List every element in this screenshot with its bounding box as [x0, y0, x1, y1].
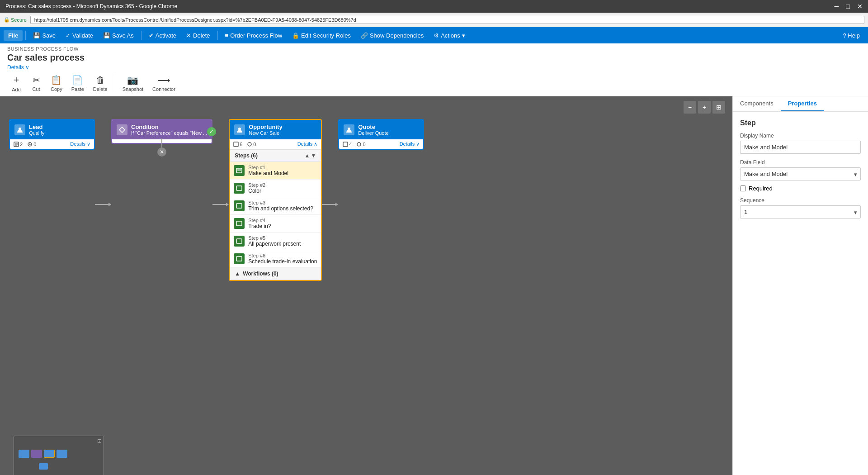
step-4-icon — [234, 218, 245, 229]
details-link[interactable]: Details ∨ — [7, 64, 29, 71]
opportunity-details-btn[interactable]: Details ∧ — [297, 141, 318, 147]
main-layout: − + ⊞ Lead Qualify — [0, 96, 868, 475]
delete-tool-btn[interactable]: 🗑 Delete — [90, 74, 111, 93]
display-name-label: Display Name — [740, 133, 861, 139]
svg-point-9 — [248, 142, 251, 146]
lead-footer: 2 0 Details ∨ — [10, 139, 94, 149]
url-bar[interactable]: https://trial1705.crm.dynamics.com/Tools… — [30, 16, 864, 24]
opportunity-stage-title: Opportunity — [249, 124, 282, 130]
actions-dropdown-icon: ▾ — [462, 32, 465, 39]
minimap-expand-btn[interactable]: ⊡ — [97, 438, 102, 444]
add-tool-btn[interactable]: + Add — [7, 73, 25, 93]
ribbon-security-roles-btn[interactable]: 🔒 Edit Security Roles — [288, 30, 355, 41]
breadcrumb-area: BUSINESS PROCESS FLOW Car sales process … — [0, 43, 868, 71]
ribbon-validate-btn[interactable]: ✓ Validate — [61, 30, 98, 41]
minimap-branch-node — [39, 463, 48, 470]
step-2-icon — [234, 183, 245, 194]
svg-rect-13 — [236, 186, 242, 190]
help-btn[interactable]: ? Help — [838, 30, 864, 41]
quote-details-btn[interactable]: Details ∨ — [400, 141, 420, 147]
ribbon-save-btn[interactable]: 💾 Save — [28, 30, 60, 41]
arrow-opportunity-quote — [322, 119, 338, 281]
ribbon-order-flow-btn[interactable]: ≡ Order Process Flow — [221, 30, 287, 41]
tab-components[interactable]: Components — [733, 96, 781, 111]
zoom-out-btn[interactable]: − — [684, 101, 696, 114]
paste-icon: 📄 — [72, 75, 83, 86]
steps-label: Steps (6) — [235, 152, 258, 159]
maximize-icon[interactable]: □ — [846, 3, 850, 10]
canvas-area[interactable]: − + ⊞ Lead Qualify — [0, 96, 732, 475]
expand-btn[interactable]: ⊞ — [712, 101, 725, 114]
step-6-icon — [234, 253, 245, 264]
svg-marker-6 — [119, 127, 125, 133]
condition-node[interactable]: Condition If "Car Preference" equals "Ne… — [111, 119, 212, 144]
step-4-item[interactable]: Step #4 Trade in? — [230, 215, 321, 233]
step-2-item[interactable]: Step #2 Color — [230, 180, 321, 197]
steps-panel: Steps (6) ▲ ▼ Step #1 Make and Model — [230, 149, 321, 280]
sort-down-btn[interactable]: ▼ — [311, 152, 316, 159]
connector-tool-btn[interactable]: ⟶ Connector — [149, 74, 179, 93]
add-icon: + — [14, 74, 19, 86]
condition-close-btn[interactable]: ✕ — [157, 147, 166, 157]
steps-sort-controls: ▲ ▼ — [305, 152, 316, 159]
workflows-label: Workflows (0) — [243, 271, 278, 277]
copy-icon: 📋 — [51, 75, 62, 86]
paste-tool-btn[interactable]: 📄 Paste — [68, 74, 88, 93]
opportunity-node[interactable]: Opportunity New Car Sale 6 0 Details ∧ — [229, 119, 322, 281]
display-name-input[interactable] — [740, 141, 861, 154]
quote-node[interactable]: Quote Deliver Quote 4 0 Details ∨ — [338, 119, 424, 150]
quote-stage-subtitle: Deliver Quote — [358, 130, 388, 136]
secure-badge: 🔒 Secure — [4, 17, 27, 23]
lead-details-btn[interactable]: Details ∨ — [70, 141, 90, 147]
cut-tool-btn[interactable]: ✂ Cut — [27, 74, 45, 93]
ribbon-separator-1 — [25, 31, 26, 40]
cut-icon: ✂ — [33, 75, 40, 86]
ribbon-actions-btn[interactable]: ⚙ Actions ▾ — [429, 30, 470, 41]
arrow-condition-opportunity — [212, 119, 229, 281]
save-as-icon: 💾 — [103, 32, 110, 39]
data-field-select[interactable]: Make and Model — [740, 167, 861, 180]
condition-header: Condition If "Car Preference" equals "Ne… — [112, 120, 212, 139]
step-5-icon — [234, 236, 245, 247]
opportunity-header: Opportunity New Car Sale — [230, 120, 321, 139]
step-3-icon — [234, 200, 245, 211]
ribbon-activate-btn[interactable]: ✔ Activate — [144, 30, 181, 41]
sort-up-btn[interactable]: ▲ — [305, 152, 310, 159]
svg-rect-17 — [236, 256, 242, 261]
lead-qualify-node[interactable]: Lead Qualify 2 0 Details ∨ — [9, 119, 95, 150]
required-checkbox[interactable] — [740, 185, 746, 191]
steps-header: Steps (6) ▲ ▼ — [230, 150, 321, 162]
quote-header: Quote Deliver Quote — [339, 120, 423, 139]
ribbon-save-as-btn[interactable]: 💾 Save As — [99, 30, 138, 41]
snapshot-tool-btn[interactable]: 📷 Snapshot — [119, 74, 147, 93]
browser-controls: ─ □ ✕ — [835, 3, 863, 10]
step-6-item[interactable]: Step #6 Schedule trade-in evaluation — [230, 250, 321, 268]
opportunity-icon — [234, 124, 245, 135]
ribbon-delete-btn[interactable]: ✕ Delete — [182, 30, 215, 41]
copy-tool-btn[interactable]: 📋 Copy — [47, 74, 66, 93]
step-4-info: Step #4 Trade in? — [248, 218, 317, 229]
step-3-num: Step #3 — [248, 200, 317, 205]
step-5-item[interactable]: Step #5 All paperwork present — [230, 233, 321, 250]
ribbon-file-btn[interactable]: File — [4, 30, 23, 41]
step-1-item[interactable]: Step #1 Make and Model — [230, 162, 321, 180]
ribbon-show-dependencies-btn[interactable]: 🔗 Show Dependencies — [356, 30, 428, 41]
step-1-info: Step #1 Make and Model — [248, 165, 317, 176]
sequence-select[interactable]: 1 2 3 4 5 6 — [740, 205, 861, 218]
minimize-icon[interactable]: ─ — [835, 3, 839, 10]
zoom-in-btn[interactable]: + — [698, 101, 711, 114]
step-3-item[interactable]: Step #3 Trim and options selected? — [230, 197, 321, 215]
step-4-num: Step #4 — [248, 218, 317, 223]
arrow-lead-condition — [95, 119, 111, 281]
paste-label: Paste — [71, 86, 84, 92]
opportunity-titles: Opportunity New Car Sale — [249, 124, 282, 136]
close-icon[interactable]: ✕ — [857, 3, 863, 10]
snapshot-icon: 📷 — [127, 75, 138, 86]
validate-icon: ✓ — [66, 32, 71, 39]
browser-title-bar: Process: Car sales process - Microsoft D… — [0, 0, 868, 13]
required-label: Required — [749, 185, 773, 192]
copy-label: Copy — [51, 86, 62, 92]
svg-rect-15 — [236, 221, 242, 226]
tab-properties[interactable]: Properties — [781, 96, 824, 111]
order-flow-icon: ≡ — [225, 32, 229, 39]
